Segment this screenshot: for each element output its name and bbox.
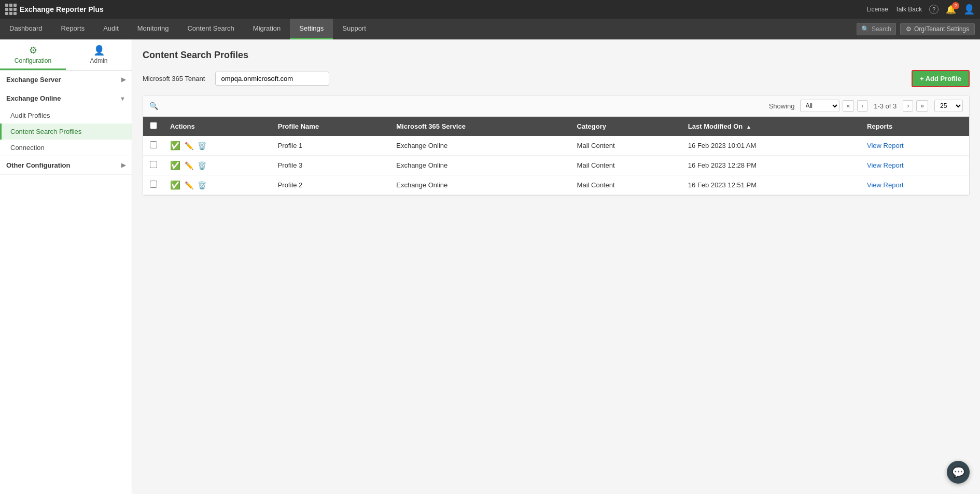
- nav-bar: Dashboard Reports Audit Monitoring Conte…: [0, 19, 980, 39]
- header-actions: Actions: [164, 117, 272, 136]
- license-link[interactable]: License: [866, 6, 888, 13]
- top-bar-right: License Talk Back ? 🔔 2 👤: [866, 4, 975, 15]
- select-all-checkbox[interactable]: [150, 122, 157, 129]
- sidebar-tabs: ⚙ Configuration 👤 Admin: [0, 39, 132, 71]
- nav-tab-support[interactable]: Support: [333, 19, 375, 39]
- row-profile-name-2: Profile 2: [272, 175, 390, 195]
- chevron-down-icon: ▼: [120, 95, 125, 102]
- nav-tab-monitoring[interactable]: Monitoring: [128, 19, 178, 39]
- activate-icon-1[interactable]: ✅: [170, 160, 180, 170]
- table-row: ✅ ✏️ 🗑️ Profile 3 Exchange Online Mail C…: [143, 156, 969, 175]
- exchange-server-header[interactable]: Exchange Server ▶: [0, 71, 132, 89]
- admin-icon: 👤: [66, 45, 132, 56]
- edit-icon-2[interactable]: ✏️: [185, 181, 193, 189]
- page-layout: ⚙ Configuration 👤 Admin Exchange Server …: [0, 39, 980, 494]
- sort-asc-icon: ▲: [746, 124, 751, 130]
- sidebar-tab-admin-label: Admin: [90, 57, 107, 64]
- delete-icon-1[interactable]: 🗑️: [198, 161, 206, 170]
- row-select-checkbox-1[interactable]: [150, 161, 157, 168]
- table-search-icon[interactable]: 🔍: [149, 102, 158, 110]
- row-actions-2: ✅ ✏️ 🗑️: [164, 175, 272, 195]
- row-category-1: Mail Content: [571, 156, 682, 175]
- header-checkbox-col: [143, 117, 164, 136]
- row-category-0: Mail Content: [571, 136, 682, 156]
- nav-tab-dashboard[interactable]: Dashboard: [0, 19, 52, 39]
- search-icon: 🔍: [861, 25, 869, 33]
- first-page-button[interactable]: «: [843, 100, 855, 112]
- header-ms365-service[interactable]: Microsoft 365 Service: [390, 117, 570, 136]
- activate-icon-2[interactable]: ✅: [170, 180, 180, 190]
- tenant-select-wrap: ompqa.onmicrosoft.com: [215, 72, 329, 86]
- table-header-row: Actions Profile Name Microsoft 365 Servi…: [143, 117, 969, 136]
- other-configuration-header[interactable]: Other Configuration ▶: [0, 156, 132, 174]
- nav-tab-settings[interactable]: Settings: [290, 19, 333, 39]
- row-profile-name-0: Profile 1: [272, 136, 390, 156]
- tenant-label: Microsoft 365 Tenant: [143, 75, 205, 83]
- per-page-select[interactable]: 25 50 100: [934, 100, 963, 112]
- nav-tab-reports[interactable]: Reports: [52, 19, 94, 39]
- gear-icon: ⚙: [906, 25, 912, 33]
- search-label: Search: [872, 25, 891, 33]
- nav-tab-audit[interactable]: Audit: [94, 19, 128, 39]
- top-bar: Exchange Reporter Plus License Talk Back…: [0, 0, 980, 19]
- add-profile-button[interactable]: + Add Profile: [912, 70, 970, 87]
- row-profile-name-1: Profile 3: [272, 156, 390, 175]
- sidebar-tab-configuration[interactable]: ⚙ Configuration: [0, 39, 66, 70]
- exchange-online-label: Exchange Online: [6, 94, 61, 102]
- row-ms365-service-1: Exchange Online: [390, 156, 570, 175]
- sidebar-tab-admin[interactable]: 👤 Admin: [66, 39, 132, 70]
- sidebar-item-content-search-profiles[interactable]: Content Search Profiles: [0, 124, 132, 140]
- next-page-button[interactable]: ›: [903, 100, 913, 112]
- last-page-button[interactable]: »: [916, 100, 928, 112]
- other-configuration-label: Other Configuration: [6, 161, 71, 169]
- chat-icon[interactable]: 💬: [947, 461, 970, 484]
- edit-icon-0[interactable]: ✏️: [185, 142, 193, 150]
- view-report-link-1[interactable]: View Report: [867, 161, 904, 169]
- app-logo: Exchange Reporter Plus: [5, 4, 104, 15]
- row-actions-0: ✅ ✏️ 🗑️: [164, 136, 272, 156]
- sidebar-item-connection[interactable]: Connection: [0, 140, 132, 156]
- view-report-link-0[interactable]: View Report: [867, 142, 904, 149]
- page-info: 1-3 of 3: [874, 102, 897, 110]
- header-last-modified[interactable]: Last Modified On ▲: [682, 117, 861, 136]
- help-icon[interactable]: ?: [929, 5, 939, 14]
- notification-bell[interactable]: 🔔 2: [946, 5, 956, 15]
- nav-tab-content-search[interactable]: Content Search: [178, 19, 243, 39]
- row-report-link-0: View Report: [861, 136, 969, 156]
- row-report-link-1: View Report: [861, 156, 969, 175]
- delete-icon-2[interactable]: 🗑️: [198, 181, 206, 189]
- row-last-modified-0: 16 Feb 2023 10:01 AM: [682, 136, 861, 156]
- activate-icon-0[interactable]: ✅: [170, 141, 180, 150]
- search-box[interactable]: 🔍 Search: [857, 23, 896, 35]
- delete-icon-0[interactable]: 🗑️: [198, 142, 206, 150]
- row-select-checkbox-2[interactable]: [150, 181, 157, 188]
- row-checkbox-1: [143, 156, 164, 175]
- row-report-link-2: View Report: [861, 175, 969, 195]
- sidebar-section-exchange-online: Exchange Online ▼ Audit Profiles Content…: [0, 89, 132, 156]
- tenant-select[interactable]: ompqa.onmicrosoft.com: [215, 72, 329, 86]
- user-avatar[interactable]: 👤: [963, 4, 975, 15]
- sidebar: ⚙ Configuration 👤 Admin Exchange Server …: [0, 39, 132, 494]
- row-select-checkbox-0[interactable]: [150, 141, 157, 148]
- talk-back-link[interactable]: Talk Back: [895, 6, 922, 13]
- view-report-link-2[interactable]: View Report: [867, 181, 904, 189]
- table-row: ✅ ✏️ 🗑️ Profile 2 Exchange Online Mail C…: [143, 175, 969, 195]
- exchange-server-label: Exchange Server: [6, 76, 61, 84]
- sidebar-section-exchange-server: Exchange Server ▶: [0, 71, 132, 89]
- edit-icon-1[interactable]: ✏️: [185, 161, 193, 170]
- header-reports: Reports: [861, 117, 969, 136]
- header-category[interactable]: Category: [571, 117, 682, 136]
- org-settings-button[interactable]: ⚙ Org/Tenant Settings: [900, 23, 975, 35]
- row-ms365-service-0: Exchange Online: [390, 136, 570, 156]
- header-profile-name[interactable]: Profile Name: [272, 117, 390, 136]
- configuration-icon: ⚙: [0, 45, 66, 56]
- nav-tab-migration[interactable]: Migration: [244, 19, 290, 39]
- org-settings-label: Org/Tenant Settings: [914, 25, 969, 33]
- exchange-online-header[interactable]: Exchange Online ▼: [0, 89, 132, 107]
- audit-profiles-label: Audit Profiles: [10, 112, 50, 119]
- showing-select[interactable]: All Active Inactive: [800, 100, 839, 112]
- nav-bar-right: 🔍 Search ⚙ Org/Tenant Settings: [857, 23, 980, 35]
- row-last-modified-1: 16 Feb 2023 12:28 PM: [682, 156, 861, 175]
- sidebar-item-audit-profiles[interactable]: Audit Profiles: [0, 107, 132, 124]
- prev-page-button[interactable]: ‹: [857, 100, 867, 112]
